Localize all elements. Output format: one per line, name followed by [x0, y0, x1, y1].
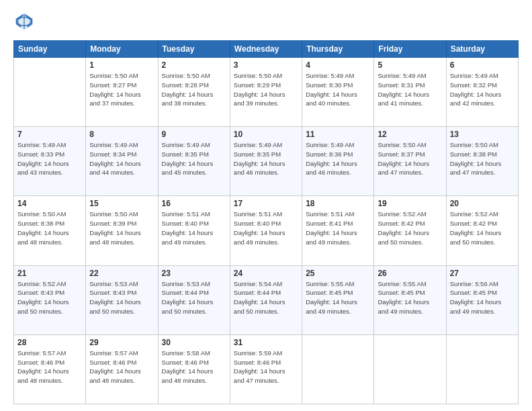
- day-number: 4: [306, 60, 370, 70]
- day-number: 29: [89, 338, 154, 347]
- day-info: Sunrise: 5:49 AM Sunset: 8:35 PM Dayligh…: [234, 140, 298, 177]
- day-info: Sunrise: 5:49 AM Sunset: 8:32 PM Dayligh…: [450, 71, 515, 108]
- calendar-cell: 24Sunrise: 5:54 AM Sunset: 8:44 PM Dayli…: [230, 265, 302, 334]
- calendar-week-row: 1Sunrise: 5:50 AM Sunset: 8:27 PM Daylig…: [14, 58, 519, 127]
- calendar-cell: 28Sunrise: 5:57 AM Sunset: 8:46 PM Dayli…: [14, 334, 86, 404]
- day-info: Sunrise: 5:49 AM Sunset: 8:35 PM Dayligh…: [162, 140, 226, 177]
- calendar-header-tuesday: Tuesday: [158, 41, 230, 58]
- calendar-cell: 15Sunrise: 5:50 AM Sunset: 8:39 PM Dayli…: [86, 196, 158, 265]
- calendar-cell: 20Sunrise: 5:52 AM Sunset: 8:42 PM Dayli…: [446, 196, 518, 265]
- day-info: Sunrise: 5:49 AM Sunset: 8:30 PM Dayligh…: [306, 71, 370, 108]
- day-info: Sunrise: 5:55 AM Sunset: 8:45 PM Dayligh…: [378, 279, 442, 316]
- logo: [13, 11, 38, 32]
- calendar-cell: 11Sunrise: 5:49 AM Sunset: 8:36 PM Dayli…: [302, 127, 374, 196]
- calendar-cell: 19Sunrise: 5:52 AM Sunset: 8:42 PM Dayli…: [374, 196, 446, 265]
- calendar-cell: 29Sunrise: 5:57 AM Sunset: 8:46 PM Dayli…: [86, 334, 158, 404]
- day-number: 16: [162, 199, 226, 208]
- day-number: 15: [89, 199, 154, 208]
- calendar-cell: 18Sunrise: 5:51 AM Sunset: 8:41 PM Dayli…: [302, 196, 374, 265]
- calendar-header-thursday: Thursday: [302, 41, 374, 58]
- day-info: Sunrise: 5:50 AM Sunset: 8:38 PM Dayligh…: [450, 140, 515, 177]
- day-number: 23: [162, 269, 226, 278]
- day-info: Sunrise: 5:50 AM Sunset: 8:39 PM Dayligh…: [89, 210, 154, 246]
- day-info: Sunrise: 5:54 AM Sunset: 8:44 PM Dayligh…: [234, 279, 298, 316]
- calendar-cell: 7Sunrise: 5:49 AM Sunset: 8:33 PM Daylig…: [14, 127, 86, 196]
- calendar-cell: 30Sunrise: 5:58 AM Sunset: 8:46 PM Dayli…: [158, 334, 230, 404]
- day-number: 10: [234, 130, 298, 139]
- calendar-header-wednesday: Wednesday: [230, 41, 302, 58]
- day-number: 14: [17, 199, 82, 208]
- day-info: Sunrise: 5:52 AM Sunset: 8:43 PM Dayligh…: [17, 279, 82, 316]
- day-info: Sunrise: 5:56 AM Sunset: 8:45 PM Dayligh…: [450, 279, 515, 316]
- calendar-cell: 16Sunrise: 5:51 AM Sunset: 8:40 PM Dayli…: [158, 196, 230, 265]
- day-info: Sunrise: 5:51 AM Sunset: 8:40 PM Dayligh…: [162, 210, 226, 246]
- day-info: Sunrise: 5:49 AM Sunset: 8:34 PM Dayligh…: [89, 140, 154, 177]
- day-number: 11: [306, 130, 370, 139]
- calendar-cell: 5Sunrise: 5:49 AM Sunset: 8:31 PM Daylig…: [374, 58, 446, 127]
- day-number: 18: [306, 199, 370, 208]
- day-info: Sunrise: 5:50 AM Sunset: 8:28 PM Dayligh…: [162, 71, 226, 108]
- day-number: 25: [306, 269, 370, 278]
- calendar-cell: 17Sunrise: 5:51 AM Sunset: 8:40 PM Dayli…: [230, 196, 302, 265]
- day-info: Sunrise: 5:51 AM Sunset: 8:41 PM Dayligh…: [306, 210, 370, 246]
- day-info: Sunrise: 5:50 AM Sunset: 8:27 PM Dayligh…: [89, 71, 154, 108]
- day-number: 5: [378, 60, 442, 70]
- calendar-header-friday: Friday: [374, 41, 446, 58]
- calendar-cell: 25Sunrise: 5:55 AM Sunset: 8:45 PM Dayli…: [302, 265, 374, 334]
- calendar-table: SundayMondayTuesdayWednesdayThursdayFrid…: [13, 40, 519, 404]
- calendar-cell: 1Sunrise: 5:50 AM Sunset: 8:27 PM Daylig…: [86, 58, 158, 127]
- calendar-week-row: 7Sunrise: 5:49 AM Sunset: 8:33 PM Daylig…: [14, 127, 519, 196]
- calendar-cell: 8Sunrise: 5:49 AM Sunset: 8:34 PM Daylig…: [86, 127, 158, 196]
- calendar-cell: 4Sunrise: 5:49 AM Sunset: 8:30 PM Daylig…: [302, 58, 374, 127]
- day-info: Sunrise: 5:59 AM Sunset: 8:46 PM Dayligh…: [234, 349, 298, 385]
- day-number: 26: [378, 269, 442, 278]
- day-info: Sunrise: 5:57 AM Sunset: 8:46 PM Dayligh…: [17, 349, 82, 385]
- calendar-week-row: 28Sunrise: 5:57 AM Sunset: 8:46 PM Dayli…: [14, 334, 519, 404]
- day-info: Sunrise: 5:52 AM Sunset: 8:42 PM Dayligh…: [450, 210, 515, 246]
- calendar-cell: 14Sunrise: 5:50 AM Sunset: 8:38 PM Dayli…: [14, 196, 86, 265]
- day-info: Sunrise: 5:49 AM Sunset: 8:31 PM Dayligh…: [378, 71, 442, 108]
- calendar-week-row: 14Sunrise: 5:50 AM Sunset: 8:38 PM Dayli…: [14, 196, 519, 265]
- day-number: 31: [234, 338, 298, 347]
- day-info: Sunrise: 5:52 AM Sunset: 8:42 PM Dayligh…: [378, 210, 442, 246]
- calendar-cell: [374, 334, 446, 404]
- calendar-cell: [302, 334, 374, 404]
- day-number: 1: [89, 60, 154, 70]
- calendar-cell: 6Sunrise: 5:49 AM Sunset: 8:32 PM Daylig…: [446, 58, 518, 127]
- day-info: Sunrise: 5:50 AM Sunset: 8:37 PM Dayligh…: [378, 140, 442, 177]
- day-info: Sunrise: 5:50 AM Sunset: 8:29 PM Dayligh…: [234, 71, 298, 108]
- calendar-cell: 2Sunrise: 5:50 AM Sunset: 8:28 PM Daylig…: [158, 58, 230, 127]
- page: SundayMondayTuesdayWednesdayThursdayFrid…: [0, 0, 532, 411]
- day-number: 3: [234, 60, 298, 70]
- calendar-cell: [14, 58, 86, 127]
- calendar-cell: 23Sunrise: 5:53 AM Sunset: 8:44 PM Dayli…: [158, 265, 230, 334]
- day-number: 2: [162, 60, 226, 70]
- calendar-header-sunday: Sunday: [14, 41, 86, 58]
- day-number: 21: [17, 269, 82, 278]
- day-info: Sunrise: 5:50 AM Sunset: 8:38 PM Dayligh…: [17, 210, 82, 246]
- header: [13, 11, 519, 32]
- calendar-header-row: SundayMondayTuesdayWednesdayThursdayFrid…: [14, 41, 519, 58]
- day-number: 9: [162, 130, 226, 139]
- day-info: Sunrise: 5:49 AM Sunset: 8:33 PM Dayligh…: [17, 140, 82, 177]
- day-number: 6: [450, 60, 515, 70]
- day-info: Sunrise: 5:58 AM Sunset: 8:46 PM Dayligh…: [162, 349, 226, 385]
- day-info: Sunrise: 5:53 AM Sunset: 8:43 PM Dayligh…: [89, 279, 154, 316]
- calendar-cell: 21Sunrise: 5:52 AM Sunset: 8:43 PM Dayli…: [14, 265, 86, 334]
- calendar-week-row: 21Sunrise: 5:52 AM Sunset: 8:43 PM Dayli…: [14, 265, 519, 334]
- day-number: 22: [89, 269, 154, 278]
- day-number: 7: [17, 130, 82, 139]
- calendar-cell: 22Sunrise: 5:53 AM Sunset: 8:43 PM Dayli…: [86, 265, 158, 334]
- day-number: 27: [450, 269, 515, 278]
- day-info: Sunrise: 5:55 AM Sunset: 8:45 PM Dayligh…: [306, 279, 370, 316]
- calendar-cell: 10Sunrise: 5:49 AM Sunset: 8:35 PM Dayli…: [230, 127, 302, 196]
- calendar-cell: 12Sunrise: 5:50 AM Sunset: 8:37 PM Dayli…: [374, 127, 446, 196]
- day-number: 20: [450, 199, 515, 208]
- day-number: 17: [234, 199, 298, 208]
- day-info: Sunrise: 5:51 AM Sunset: 8:40 PM Dayligh…: [234, 210, 298, 246]
- day-number: 28: [17, 338, 82, 347]
- calendar-cell: 13Sunrise: 5:50 AM Sunset: 8:38 PM Dayli…: [446, 127, 518, 196]
- calendar-header-saturday: Saturday: [446, 41, 518, 58]
- calendar-cell: 9Sunrise: 5:49 AM Sunset: 8:35 PM Daylig…: [158, 127, 230, 196]
- day-number: 24: [234, 269, 298, 278]
